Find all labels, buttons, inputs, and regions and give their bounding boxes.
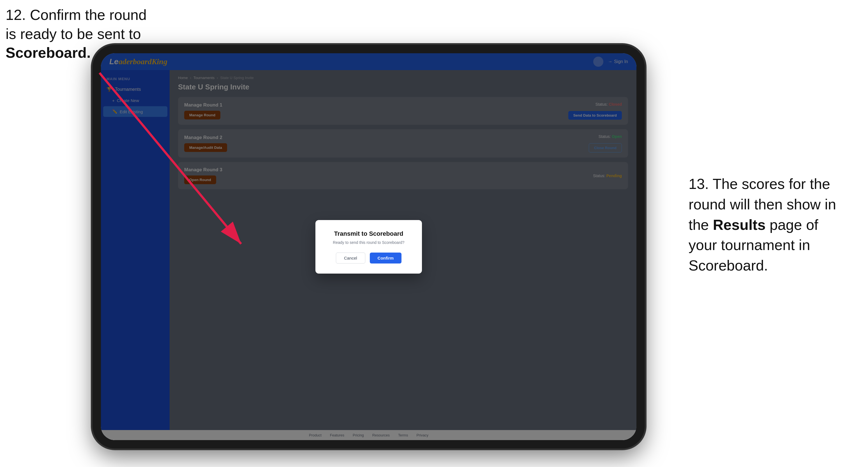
app-wrapper: LeaderboardKing → Sign In MAIN MENU — [101, 53, 637, 440]
confirm-button[interactable]: Confirm — [370, 253, 402, 263]
tablet-screen: LeaderboardKing → Sign In MAIN MENU — [101, 53, 637, 440]
annotation-top: 12. Confirm the round is ready to be sen… — [6, 6, 147, 63]
modal-subtitle: Ready to send this round to Scoreboard? — [327, 240, 411, 245]
annotation-right: 13. The scores for the round will then s… — [688, 174, 845, 276]
modal-overlay: Transmit to Scoreboard Ready to send thi… — [101, 53, 637, 440]
cancel-button[interactable]: Cancel — [336, 253, 365, 263]
modal-box: Transmit to Scoreboard Ready to send thi… — [315, 220, 422, 274]
modal-title: Transmit to Scoreboard — [327, 230, 411, 238]
modal-buttons: Cancel Confirm — [327, 253, 411, 263]
tablet-frame: LeaderboardKing → Sign In MAIN MENU — [93, 45, 645, 448]
